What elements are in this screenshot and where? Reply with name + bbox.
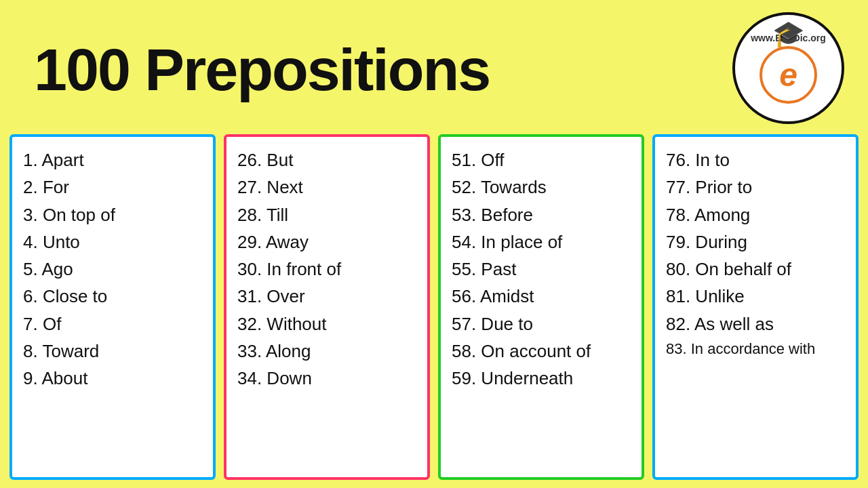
columns-container: 1. Apart 2. For 3. On top of 4. Unto 5. … (0, 134, 868, 480)
list-item: 7. Of (23, 310, 202, 338)
list-item: 53. Before (452, 201, 631, 228)
list-item: 52. Towards (452, 174, 631, 201)
list-item: 78. Among (666, 201, 845, 228)
column-1-list: 1. Apart 2. For 3. On top of 4. Unto 5. … (23, 146, 202, 392)
list-item: 80. On behalf of (666, 256, 845, 283)
list-item: 55. Past (452, 256, 631, 283)
list-item: 3. On top of (23, 201, 202, 228)
list-item: 29. Away (237, 228, 416, 256)
column-2: 26. But 27. Next 28. Till 29. Away 30. I… (224, 134, 430, 480)
list-item: 6. Close to (23, 283, 202, 310)
list-item: 28. Till (237, 201, 416, 228)
list-item: 59. Underneath (452, 365, 631, 392)
list-item: 32. Without (237, 310, 416, 338)
column-3-list: 51. Off 52. Towards 53. Before 54. In pl… (452, 146, 631, 392)
list-item: 34. Down (237, 365, 416, 392)
list-item: 77. Prior to (666, 174, 845, 201)
list-item: 2. For (23, 174, 202, 201)
list-item: 57. Due to (452, 310, 631, 338)
header: 100 Prepositions 🎓 www.EngDic.org e (0, 0, 868, 134)
graduation-hat-icon: 🎓 (772, 19, 804, 49)
list-item: 79. During (666, 228, 845, 256)
column-4: 76. In to 77. Prior to 78. Among 79. Dur… (652, 134, 859, 480)
list-item: 82. As well as (666, 310, 845, 338)
logo-outer: 🎓 www.EngDic.org e (732, 12, 844, 124)
list-item: 26. But (237, 146, 416, 174)
page-title: 100 Prepositions (34, 35, 490, 104)
list-item: 4. Unto (23, 228, 202, 256)
list-item: 27. Next (237, 174, 416, 201)
list-item: 5. Ago (23, 256, 202, 283)
column-1: 1. Apart 2. For 3. On top of 4. Unto 5. … (9, 134, 216, 480)
list-item: 1. Apart (23, 146, 202, 174)
logo-inner-circle: e (760, 46, 817, 104)
list-item: 58. On account of (452, 338, 631, 365)
list-item: 81. Unlike (666, 283, 845, 310)
list-item: 33. Along (237, 338, 416, 365)
column-4-list: 76. In to 77. Prior to 78. Among 79. Dur… (666, 146, 845, 361)
e-letter: e (779, 56, 797, 94)
column-3: 51. Off 52. Towards 53. Before 54. In pl… (438, 134, 644, 480)
list-item: 54. In place of (452, 228, 631, 256)
list-item: 8. Toward (23, 338, 202, 365)
list-item: 83. In accordance with (666, 338, 845, 361)
list-item: 76. In to (666, 146, 845, 174)
list-item: 56. Amidst (452, 283, 631, 310)
list-item: 30. In front of (237, 256, 416, 283)
logo: 🎓 www.EngDic.org e (732, 12, 848, 127)
list-item: 51. Off (452, 146, 631, 174)
column-2-list: 26. But 27. Next 28. Till 29. Away 30. I… (237, 146, 416, 392)
list-item: 31. Over (237, 283, 416, 310)
list-item: 9. About (23, 365, 202, 392)
